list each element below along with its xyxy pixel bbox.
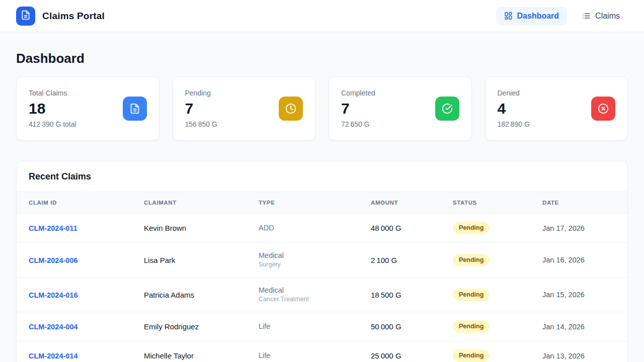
status-cell: Pending xyxy=(453,278,542,312)
amount-cell: 2 100 G xyxy=(371,243,453,278)
stat-label: Total Claims xyxy=(29,88,76,98)
stat-subtext: 72 650 G xyxy=(341,119,375,129)
status-cell: Pending xyxy=(453,243,542,278)
amount-cell: 18 500 G xyxy=(371,278,453,312)
nav-claims-label: Claims xyxy=(595,12,620,21)
amount-cell: 48 000 G xyxy=(371,214,453,243)
claim-id-link[interactable]: CLM-2024-011 xyxy=(29,224,77,232)
claim-id-link[interactable]: CLM-2024-004 xyxy=(29,323,78,331)
table-row[interactable]: CLM-2024-016 Patricia Adams Medical Canc… xyxy=(17,278,627,312)
column-header-amount: Amount xyxy=(371,192,453,214)
recent-claims-title: Recent Claims xyxy=(29,170,615,183)
file-icon xyxy=(123,97,147,121)
type-main: Medical xyxy=(259,251,365,260)
stat-card-denied: Denied 4 182 890 G xyxy=(485,76,628,141)
nav-claims-button[interactable]: Claims xyxy=(574,7,628,25)
date-cell: Jan 14, 2026 xyxy=(542,312,627,341)
claims-table-body: CLM-2024-011 Kevin Brown ADD 48 000 G Pe… xyxy=(17,214,627,362)
type-cell: Medical Cancer Treatment xyxy=(259,278,371,312)
date-cell: Jan 13, 2026 xyxy=(542,341,627,362)
date-cell: Jan 15, 2026 xyxy=(542,278,627,312)
main-content: Dashboard Total Claims 18 412 390 G tota… xyxy=(0,32,644,362)
status-badge: Pending xyxy=(453,222,490,234)
column-header-type: Type xyxy=(259,192,371,214)
nav-menu: Dashboard Claims xyxy=(496,7,628,25)
top-navbar: Claims Portal Dashboard xyxy=(0,0,644,32)
stat-card-pending: Pending 7 156 850 G xyxy=(173,76,316,141)
table-row[interactable]: CLM-2024-004 Emily Rodriguez Life 50 000… xyxy=(17,312,627,341)
claimant-cell: Kevin Brown xyxy=(144,214,259,243)
status-badge: Pending xyxy=(453,349,490,362)
stat-value: 7 xyxy=(341,99,375,118)
type-main: Medical xyxy=(259,286,365,295)
status-cell: Pending xyxy=(453,214,542,243)
type-cell: Life xyxy=(259,312,371,341)
stat-label: Pending xyxy=(185,88,217,98)
app-title: Claims Portal xyxy=(42,11,105,22)
claim-id-link[interactable]: CLM-2024-016 xyxy=(29,291,78,299)
nav-dashboard-label: Dashboard xyxy=(517,12,559,21)
table-row[interactable]: CLM-2024-011 Kevin Brown ADD 48 000 G Pe… xyxy=(17,214,627,243)
type-subtype: Cancer Treatment xyxy=(259,295,365,304)
stat-subtext: 156 850 G xyxy=(185,119,217,129)
stat-label: Denied xyxy=(498,88,530,98)
claimant-cell: Lisa Park xyxy=(144,243,259,278)
date-cell: Jan 17, 2026 xyxy=(542,214,627,243)
x-circle-icon xyxy=(591,97,615,121)
table-row[interactable]: CLM-2024-006 Lisa Park Medical Surgery 2… xyxy=(17,243,627,278)
recent-claims-card: Recent Claims Claim ID Claimant Type Amo… xyxy=(16,161,628,362)
column-header-status: Status xyxy=(453,192,542,214)
type-main: Life xyxy=(259,351,365,360)
type-cell: Life xyxy=(259,341,371,362)
stat-value: 4 xyxy=(498,99,530,118)
list-icon xyxy=(582,12,591,20)
claims-table-head: Claim ID Claimant Type Amount Status Dat… xyxy=(17,192,627,214)
status-badge: Pending xyxy=(453,254,490,266)
date-cell: Jan 16, 2026 xyxy=(542,243,627,278)
table-row[interactable]: CLM-2024-014 Michelle Taylor Life 25 000… xyxy=(17,341,627,362)
column-header-claim-id: Claim ID xyxy=(17,192,144,214)
column-header-date: Date xyxy=(542,192,627,214)
stat-label: Completed xyxy=(341,88,375,98)
page-title: Dashboard xyxy=(16,50,628,66)
column-header-claimant: Claimant xyxy=(144,192,259,214)
nav-dashboard-button[interactable]: Dashboard xyxy=(496,7,568,25)
stat-value: 7 xyxy=(185,99,217,118)
document-icon xyxy=(21,10,31,22)
amount-cell: 50 000 G xyxy=(371,312,453,341)
status-badge: Pending xyxy=(453,289,490,301)
claims-table: Claim ID Claimant Type Amount Status Dat… xyxy=(17,192,627,362)
type-main: Life xyxy=(259,322,365,331)
amount-cell: 25 000 G xyxy=(371,341,453,362)
stat-subtext: 412 390 G total xyxy=(29,119,76,129)
type-cell: Medical Surgery xyxy=(259,243,371,278)
claimant-cell: Patricia Adams xyxy=(144,278,259,312)
type-main: ADD xyxy=(259,223,365,233)
stat-card-total-claims: Total Claims 18 412 390 G total xyxy=(16,76,159,141)
type-cell: ADD xyxy=(259,214,371,243)
claimant-cell: Michelle Taylor xyxy=(144,341,259,362)
dashboard-grid-icon xyxy=(504,12,513,20)
claimant-cell: Emily Rodriguez xyxy=(144,312,259,341)
status-cell: Pending xyxy=(453,312,542,341)
recent-claims-header: Recent Claims xyxy=(17,161,627,192)
claim-id-link[interactable]: CLM-2024-014 xyxy=(29,352,78,360)
status-cell: Pending xyxy=(453,341,542,362)
brand: Claims Portal xyxy=(16,7,105,26)
status-badge: Pending xyxy=(453,320,490,333)
stat-subtext: 182 890 G xyxy=(498,119,530,129)
app-logo xyxy=(16,7,35,26)
stat-card-completed: Completed 7 72 650 G xyxy=(329,76,472,141)
clock-icon xyxy=(279,97,303,121)
type-subtype: Surgery xyxy=(259,260,365,269)
stat-cards-row: Total Claims 18 412 390 G total Pending … xyxy=(16,76,628,141)
claim-id-link[interactable]: CLM-2024-006 xyxy=(29,256,78,264)
check-circle-icon xyxy=(435,97,459,121)
stat-value: 18 xyxy=(29,99,76,118)
